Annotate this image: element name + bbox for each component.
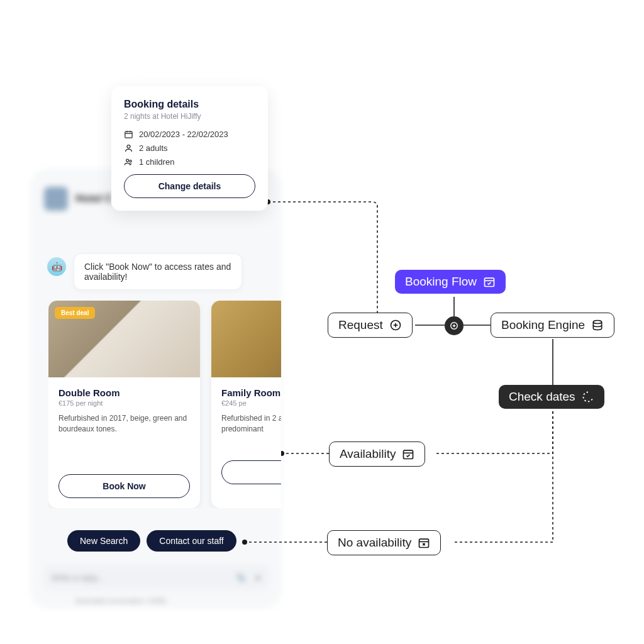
new-search-button[interactable]: New Search [67,530,140,552]
node-no-availability: No availability [327,530,441,555]
plus-circle-icon [389,319,402,331]
change-details-button[interactable]: Change details [124,174,255,198]
calendar-check-icon [402,448,414,460]
action-buttons: New Search Contact our staff [67,530,236,552]
svg-rect-9 [125,131,132,138]
svg-rect-25 [404,450,413,458]
node-check-dates: Check dates [499,385,604,409]
booking-children: 1 children [139,157,174,167]
booking-title: Booking details [124,99,255,110]
bot-avatar: 🤖 [47,257,66,276]
booking-adults: 2 adults [139,143,168,153]
node-request: Request [328,313,413,338]
calendar-check-icon [483,275,496,288]
svg-point-14 [126,159,129,162]
reply-placeholder: Write a reply... [52,573,236,582]
booking-details-card: Booking details 2 nights at Hotel HiJiff… [111,86,268,211]
booking-dates-row: 20/02/2023 - 22/02/2023 [124,130,255,139]
reply-input[interactable]: Write a reply... 📎 ➤ [44,565,269,590]
hotel-name: Hotel C [75,192,113,205]
room-description: Refurbished in 2017, beige, green and bo… [58,413,190,435]
svg-point-15 [130,160,131,162]
database-icon [591,319,604,331]
room-name: Family Room [221,387,281,398]
room-image: Best deal [48,301,200,377]
flow-junction [445,316,464,335]
booking-subtitle: 2 nights at Hotel HiJiffy [124,112,255,121]
node-booking-engine: Booking Engine [491,313,614,338]
send-icon[interactable]: ➤ [255,573,262,582]
node-label: Availability [340,447,396,461]
bot-message: Click "Book Now" to access rates and ava… [74,253,242,290]
book-now-button[interactable]: Bo [221,460,281,484]
node-availability: Availability [329,441,425,467]
room-card-double[interactable]: Best deal Double Room €175 per night Ref… [48,301,200,508]
group-icon [124,157,133,167]
room-name: Double Room [58,387,190,398]
booking-children-row: 1 children [124,157,255,167]
node-booking-flow: Booking Flow [395,270,506,294]
attachment-icon[interactable]: 📎 [236,573,246,582]
room-card-family[interactable]: Family Room €245 pe Refurbished in 2 and… [211,301,281,508]
room-price: €245 pe [221,399,281,407]
best-deal-badge: Best deal [55,307,95,319]
room-description: Refurbished in 2 and bourdeaux t predomi… [221,413,281,435]
calendar-icon [124,130,133,139]
node-label: Booking Engine [501,318,585,332]
person-icon [124,143,133,153]
loading-icon [582,391,594,403]
bot-message-row: 🤖 Click "Book Now" to access rates and a… [47,253,242,290]
footer-text: Automated conversation • HiJiffy [75,597,166,604]
calendar-x-icon [418,536,430,549]
room-cards-container: Best deal Double Room €175 per night Ref… [48,301,281,508]
node-label: Request [338,318,383,332]
room-image [211,301,281,377]
contact-staff-button[interactable]: Contact our staff [147,530,236,552]
booking-dates: 20/02/2023 - 22/02/2023 [139,130,228,139]
svg-point-24 [593,321,601,324]
svg-point-13 [127,145,130,148]
booking-adults-row: 2 adults [124,143,255,153]
node-label: No availability [338,536,411,550]
node-label: Check dates [509,390,575,404]
book-now-button[interactable]: Book Now [58,474,190,498]
svg-rect-16 [485,278,494,286]
node-label: Booking Flow [405,275,477,289]
hotel-logo [44,187,68,211]
svg-rect-27 [419,539,429,547]
room-price: €175 per night [58,399,190,407]
